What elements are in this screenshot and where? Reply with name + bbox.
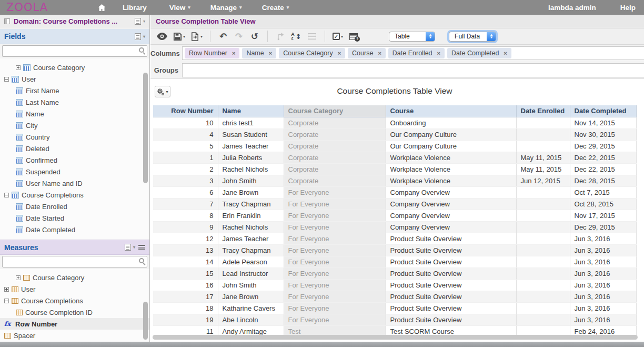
nav-menu-item[interactable]: Create▾ <box>262 4 289 12</box>
field-item[interactable]: fx Country <box>0 131 149 143</box>
window-bottom-scrollbar[interactable] <box>0 342 644 347</box>
redo-button[interactable]: ↷ <box>232 30 246 43</box>
column-pill[interactable]: Date Enrolled × <box>388 48 445 58</box>
measure-item[interactable]: fx Course Completions <box>0 295 149 306</box>
remove-pill-icon[interactable]: × <box>232 50 235 56</box>
switch-group-button[interactable] <box>274 30 287 43</box>
fields-scrollbar-thumb[interactable] <box>143 73 148 183</box>
field-item[interactable]: fx Confirmed <box>0 154 149 166</box>
table-row[interactable]: 17 Jane Brown For Everyone Product Suite… <box>153 291 636 302</box>
column-pill[interactable]: Date Completed × <box>447 48 511 58</box>
groups-dropzone[interactable] <box>182 63 644 77</box>
table-row[interactable]: 16 John Smith For Everyone Product Suite… <box>153 279 636 291</box>
column-pill[interactable]: Row Number × <box>185 48 239 58</box>
expander-icon[interactable] <box>4 193 9 197</box>
field-item[interactable]: fx Date Enrolled <box>0 201 149 212</box>
input-controls-button[interactable]: ✓ ▾ <box>331 30 345 43</box>
column-header-name[interactable]: Name <box>218 105 284 117</box>
field-item[interactable]: fx City <box>0 120 149 131</box>
sort-button[interactable]: Az ↕ <box>289 30 303 43</box>
measure-item[interactable]: fx Row Number <box>0 318 149 330</box>
table-details-button[interactable]: ? <box>347 30 360 43</box>
expander-icon[interactable] <box>16 275 21 280</box>
save-button[interactable]: ▾ <box>172 30 187 43</box>
table-row[interactable]: 4 Susan Student Corporate Our Company Cu… <box>153 128 636 140</box>
nav-menu-item[interactable]: View▾ <box>169 4 190 12</box>
page-options-button[interactable] <box>305 30 319 43</box>
table-row[interactable]: 1 Julia Roberts Corporate Workplace Viol… <box>153 152 636 163</box>
table-row[interactable]: 19 Abe Lincoln For Everyone Product Suit… <box>153 314 636 325</box>
measures-menu-icon[interactable] <box>125 244 131 251</box>
column-header-date-enrolled[interactable]: Date Enrolled <box>516 105 570 117</box>
table-row[interactable]: 8 Erin Franklin For Everyone Company Ove… <box>153 210 636 221</box>
column-header-date-completed[interactable]: Date Completed <box>570 105 636 117</box>
table-row[interactable]: 12 James Teacher For Everyone Product Su… <box>153 233 636 244</box>
table-row[interactable]: 3 John Smith Corporate Workplace Violenc… <box>153 175 636 186</box>
home-button[interactable] <box>98 4 106 11</box>
remove-pill-icon[interactable]: × <box>269 50 272 56</box>
expander-icon[interactable] <box>4 287 9 292</box>
columns-dropzone[interactable]: Row Number × Name × Course Category × Co… <box>182 46 644 60</box>
column-header-row-number[interactable]: Row Number <box>153 105 218 117</box>
remove-pill-icon[interactable]: × <box>437 50 440 56</box>
export-button[interactable]: ▾ <box>189 30 204 43</box>
field-item[interactable]: fx Date Started <box>0 212 149 224</box>
field-item[interactable]: fx Deleted <box>0 143 149 154</box>
field-item[interactable]: fx Suspended <box>0 166 149 177</box>
field-table-icon <box>16 87 23 94</box>
table-row[interactable]: 18 Katharine Cavers For Everyone Product… <box>153 302 636 314</box>
measure-item[interactable]: fx User <box>0 283 149 295</box>
data-mode-select[interactable]: Full Data ▲▼ <box>449 32 496 42</box>
table-row[interactable]: 7 Tracy Chapman For Everyone Company Ove… <box>153 198 636 210</box>
nav-menu-item[interactable]: Manage▾ <box>210 4 242 12</box>
horizontal-scrollbar-thumb[interactable] <box>153 335 638 340</box>
field-item[interactable]: fx User Name and ID <box>0 177 149 189</box>
panel-toggle-icon[interactable] <box>4 18 10 24</box>
expander-icon[interactable] <box>4 299 9 303</box>
table-row[interactable]: 2 Rachel Nichols Corporate Workplace Vio… <box>153 163 636 175</box>
view-type-select[interactable]: Table ▲▼ <box>389 32 435 42</box>
hamburger-icon[interactable] <box>138 245 145 250</box>
column-pill-label: Course Category <box>283 49 333 57</box>
cell-course-category: For Everyone <box>284 267 386 279</box>
table-row[interactable]: 5 James Teacher Corporate Our Company Cu… <box>153 140 636 152</box>
field-item[interactable]: fx Date Completed <box>0 224 149 235</box>
column-header-course[interactable]: Course <box>386 105 516 117</box>
undo-button[interactable]: ↶ <box>216 30 230 43</box>
table-row[interactable]: 13 Tracy Chapman For Everyone Product Su… <box>153 244 636 256</box>
fields-search-input[interactable] <box>2 45 147 57</box>
remove-pill-icon[interactable]: × <box>504 50 507 56</box>
report-table: Row Number Name Course Category Course D… <box>153 105 637 338</box>
preview-button[interactable] <box>155 30 169 43</box>
field-item[interactable]: fx Course Completions <box>0 189 149 201</box>
remove-pill-icon[interactable]: × <box>338 50 341 56</box>
table-row[interactable]: 6 Jane Brown For Everyone Company Overvi… <box>153 186 636 198</box>
remove-pill-icon[interactable]: × <box>378 50 381 56</box>
table-row[interactable]: 15 Lead Instructor For Everyone Product … <box>153 267 636 279</box>
field-item[interactable]: fx Course Category <box>0 62 149 73</box>
table-row[interactable]: 14 Adele Pearson For Everyone Product Su… <box>153 256 636 267</box>
measure-item[interactable]: fx Spacer <box>0 330 149 341</box>
logged-in-user[interactable]: lambda admin <box>548 4 596 12</box>
column-header-course-category[interactable]: Course Category <box>284 105 386 117</box>
expander-icon[interactable] <box>16 65 21 70</box>
column-pill[interactable]: Course Category × <box>279 48 345 58</box>
column-pill[interactable]: Name × <box>242 48 276 58</box>
panel-menu-icon[interactable] <box>135 18 141 25</box>
field-item[interactable]: fx First Name <box>0 85 149 96</box>
table-row[interactable]: 9 Rachel Nichols For Everyone Company Ov… <box>153 221 636 233</box>
expander-icon[interactable] <box>4 77 9 82</box>
measure-item[interactable]: fx Course Completion ID <box>0 306 149 318</box>
table-row[interactable]: 10 chris test1 Corporate Onboarding Nov … <box>153 117 636 128</box>
fields-menu-icon[interactable] <box>135 33 141 40</box>
measure-item[interactable]: fx Course Category <box>0 272 149 283</box>
nav-menu-item[interactable]: Library <box>123 4 149 12</box>
help-link[interactable]: Help <box>620 4 636 12</box>
undo-all-button[interactable]: ↺ <box>248 30 261 43</box>
field-item[interactable]: fx Name <box>0 108 149 120</box>
field-item[interactable]: fx Last Name <box>0 96 149 108</box>
measures-search-input[interactable] <box>2 256 147 267</box>
column-pill[interactable]: Course × <box>348 48 386 58</box>
field-item[interactable]: fx User <box>0 73 149 85</box>
measures-scrollbar-thumb[interactable] <box>143 302 148 340</box>
